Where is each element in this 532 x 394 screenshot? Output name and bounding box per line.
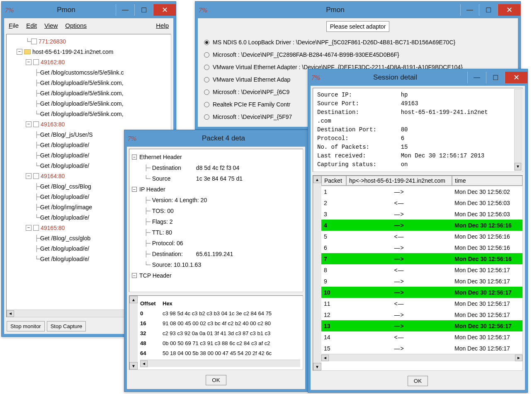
- hex-dump: ▲ ▼ Offset Hex 0c3 98 5d 4c c3 b2 c3 b3 …: [129, 295, 303, 370]
- minimize-button[interactable]: —: [460, 4, 479, 16]
- hex-row[interactable]: 32c2 93 c3 92 0a 0a 01 3f 41 3d c3 87 c3…: [140, 328, 300, 338]
- tree-row[interactable]: ├─Get /blog/upload/e/5/e5link.com,: [7, 98, 170, 109]
- packet-direction: <—: [346, 267, 452, 273]
- packet-direction: <—: [346, 233, 452, 240]
- packet-row[interactable]: 6—>Mon Dec 30 12:56:16: [321, 242, 522, 253]
- tree-row[interactable]: −host-65-61-199-241.in2net.com: [7, 46, 170, 57]
- packet-time: Mon Dec 30 12:56:17: [452, 289, 522, 296]
- col-packet[interactable]: Packet: [321, 176, 346, 186]
- window-title: Pmon: [17, 6, 116, 14]
- adapter-label: VMware Virtual Ethernet Adap: [213, 76, 290, 83]
- packet-row[interactable]: 10—>Mon Dec 30 12:56:17: [321, 287, 522, 298]
- hex-row[interactable]: 0c3 98 5d 4c c3 b2 c3 b3 04 1c 3e c2 84 …: [140, 308, 300, 318]
- minimize-button[interactable]: —: [467, 72, 486, 83]
- ip-protocol: Protocol: 06: [152, 240, 183, 247]
- hex-row[interactable]: 1691 08 00 45 00 02 c3 bc 4f c2 b2 40 00…: [140, 318, 300, 328]
- ok-button[interactable]: OK: [408, 376, 428, 386]
- close-button[interactable]: ✕: [505, 72, 527, 83]
- collapse-icon[interactable]: −: [17, 49, 22, 55]
- titlebar[interactable]: 7% Pmon — ☐ ✕: [195, 2, 520, 18]
- scroll-left-button[interactable]: ◄: [140, 360, 148, 367]
- request-label: Get /blog/upload/e/5/e5link.com,: [40, 100, 124, 107]
- request-label: Get /blog/upload/e/5/e5link.com,: [40, 90, 124, 97]
- tree-row[interactable]: └─771:26830: [7, 36, 170, 46]
- collapse-icon[interactable]: −: [26, 225, 32, 231]
- scrollbar-vertical[interactable]: ▼: [514, 89, 522, 171]
- menu-edit[interactable]: Edit: [26, 22, 37, 29]
- packet-row[interactable]: 1—>Mon Dec 30 12:56:02: [321, 186, 522, 197]
- packet-row[interactable]: 8<—Mon Dec 30 12:56:17: [321, 264, 522, 276]
- scroll-up-button[interactable]: ▲: [313, 176, 321, 183]
- tree-row[interactable]: ├─Get /blog/upload/e/5/e5link.com,: [7, 88, 170, 98]
- collapse-icon[interactable]: −: [26, 173, 32, 179]
- maximize-button[interactable]: ☐: [134, 4, 153, 16]
- close-button[interactable]: ✕: [153, 4, 176, 16]
- maximize-button[interactable]: ☐: [486, 72, 505, 83]
- packet-row[interactable]: 14<—Mon Dec 30 12:56:17: [321, 331, 522, 343]
- close-button[interactable]: ✕: [498, 4, 520, 16]
- packet-time: Mon Dec 30 12:56:03: [452, 200, 522, 206]
- scroll-left-button[interactable]: ◄: [321, 355, 329, 361]
- collapse-icon[interactable]: −: [26, 121, 32, 127]
- radio-icon: [204, 114, 209, 120]
- ip-dest-value: 65.61.199.241: [196, 251, 233, 257]
- packet-row[interactable]: 11<—Mon Dec 30 12:56:17: [321, 298, 522, 309]
- hex-bytes: c2 93 c3 92 0a 0a 01 3f 41 3d c3 87 c3 b…: [163, 330, 270, 336]
- select-adaptor-label: Please select adaptor: [326, 21, 390, 32]
- minimize-button[interactable]: —: [116, 4, 134, 16]
- adapter-option[interactable]: MS NDIS 6.0 LoopBack Driver : \Device\NP…: [204, 36, 512, 48]
- packet-row[interactable]: 9—>Mon Dec 30 12:56:17: [321, 276, 522, 287]
- tree-row[interactable]: ├─Get /blog/upload/e/5/e5link.com,: [7, 77, 170, 88]
- packet-row[interactable]: 12—>Mon Dec 30 12:56:17: [321, 309, 522, 320]
- titlebar[interactable]: 7% Session detail — ☐ ✕: [308, 69, 527, 86]
- menu-file[interactable]: File: [9, 22, 19, 29]
- scroll-down-button[interactable]: ▼: [313, 363, 321, 370]
- packet-row[interactable]: 5<—Mon Dec 30 12:56:16: [321, 231, 522, 242]
- stop-capture-button[interactable]: Stop Capture: [47, 321, 86, 331]
- collapse-icon[interactable]: −: [132, 273, 137, 278]
- packet-row[interactable]: 2<—Mon Dec 30 12:56:03: [321, 197, 522, 208]
- packet-row[interactable]: 13—>Mon Dec 30 12:56:17: [321, 320, 522, 331]
- scroll-right-button[interactable]: ►: [515, 355, 522, 361]
- hex-row[interactable]: 6450 18 04 00 5b 38 00 00 47 45 54 20 2f…: [140, 348, 300, 358]
- col-direction[interactable]: hp<->host-65-61-199-241.in2net.com: [346, 176, 452, 186]
- packet-row[interactable]: 7—>Mon Dec 30 12:56:16: [321, 253, 522, 264]
- scroll-up-button[interactable]: ▲: [129, 296, 138, 303]
- request-label: Get /blog/upload/e/: [40, 193, 89, 200]
- ok-button[interactable]: OK: [206, 375, 226, 385]
- packet-direction: —>: [346, 323, 452, 329]
- titlebar[interactable]: 7% Pmon — ☐ ✕: [2, 2, 176, 18]
- maximize-button[interactable]: ☐: [479, 4, 498, 16]
- scroll-left-button[interactable]: ◄: [7, 310, 14, 317]
- packet-row[interactable]: 3—>Mon Dec 30 12:56:03: [321, 208, 522, 220]
- scroll-down-button[interactable]: ▼: [129, 362, 138, 370]
- collapse-icon[interactable]: −: [26, 59, 32, 65]
- session-detail-window: 7% Session detail — ☐ ✕ Source IP: hp So…: [308, 69, 528, 393]
- packet-header-tree[interactable]: −Ethernet Header ├─Destinationd8 5d 4c f…: [129, 149, 303, 292]
- hex-row[interactable]: 480b 00 50 69 71 c3 91 c3 88 6c c2 84 c3…: [140, 338, 300, 348]
- packet-direction: <—: [346, 200, 452, 206]
- tree-row[interactable]: └─Get /blog/upload/e/5/e5link.com,: [7, 109, 170, 119]
- menu-help[interactable]: Help: [156, 22, 169, 29]
- tree-row[interactable]: ├─Get /blog/customcss/e/5/e5link.c: [7, 67, 170, 77]
- packet-row[interactable]: 15—>Mon Dec 30 12:56:17: [321, 343, 522, 354]
- eth-src-label: Source: [152, 175, 194, 182]
- eth-src-value: 1c 3e 84 64 75 d1: [196, 175, 243, 182]
- tree-row[interactable]: −49162:80: [7, 57, 170, 67]
- tree-row[interactable]: −49163:80: [7, 119, 170, 129]
- col-time[interactable]: time: [452, 176, 522, 186]
- packet-row[interactable]: 4—>Mon Dec 30 12:56:16: [321, 220, 522, 231]
- stop-monitor-button[interactable]: Stop monitor: [7, 321, 45, 331]
- adapter-label: MS NDIS 6.0 LoopBack Driver : \Device\NP…: [213, 39, 455, 46]
- menu-view[interactable]: View: [44, 22, 58, 29]
- packet-number: 3: [321, 211, 346, 218]
- menu-options[interactable]: Options: [65, 22, 87, 29]
- document-icon: [33, 121, 39, 127]
- packet-direction: —>: [346, 289, 452, 296]
- titlebar[interactable]: 7% Packet 4 deta: [124, 130, 308, 147]
- collapse-icon[interactable]: −: [132, 155, 137, 160]
- request-label: Get /blog/upload/e/: [40, 245, 89, 252]
- adapter-option[interactable]: Microsoft : \Device\NPF_{C2898FAB-B284-4…: [204, 48, 512, 61]
- collapse-icon[interactable]: −: [132, 187, 137, 192]
- request-label: Get /blog/img/image: [40, 204, 92, 210]
